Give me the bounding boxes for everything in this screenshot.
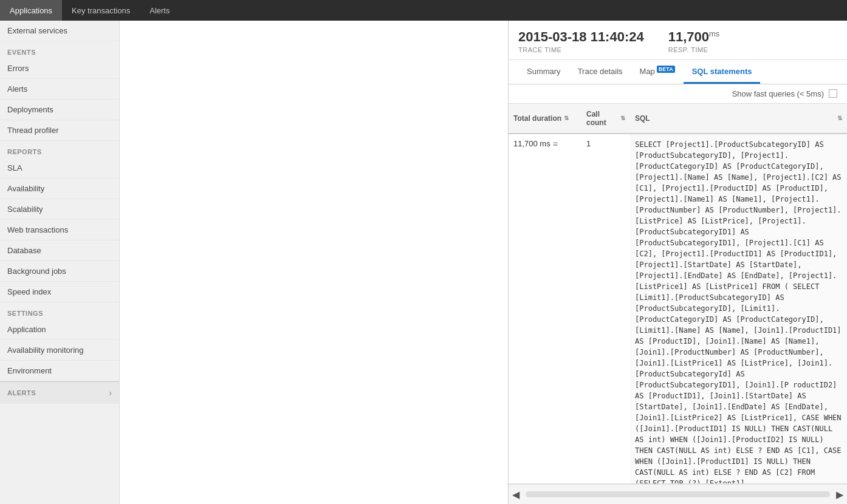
show-fast-queries-checkbox[interactable]: [829, 89, 837, 98]
tab-sql-statements[interactable]: SQL statements: [684, 61, 761, 84]
sidebar-item-web-transactions[interactable]: Web transactions: [0, 220, 119, 240]
th-total-duration[interactable]: Total duration ⇅: [509, 107, 581, 129]
filter-label: Show fast queries (< 5ms): [732, 89, 824, 98]
left-panel: [120, 21, 509, 504]
table-row: 11,700 ms ≡ 1 SELECT [Project1].[Product…: [509, 134, 847, 484]
scroll-bar-area: ◀ ▶: [509, 484, 847, 504]
tabs-bar: Summary Trace details MapBETA SQL statem…: [509, 60, 847, 84]
top-nav: Applications Key transactions Alerts: [0, 0, 847, 21]
filter-bar: Show fast queries (< 5ms): [509, 84, 847, 104]
alerts-section[interactable]: ALERTS ›: [0, 381, 119, 404]
sidebar-item-thread-profiler[interactable]: Thread profiler: [0, 120, 119, 141]
sidebar-item-scalability[interactable]: Scalability: [0, 199, 119, 220]
sort-icon-sql: ⇅: [837, 115, 842, 121]
trace-time-label: TRACE TIME: [518, 46, 644, 53]
events-section-label: EVENTS: [0, 41, 119, 58]
th-sql[interactable]: SQL ⇅: [630, 107, 847, 129]
sidebar-item-availability[interactable]: Availability: [0, 179, 119, 199]
sidebar-item-availability-monitoring[interactable]: Availability monitoring: [0, 340, 119, 361]
reports-section-label: REPORTS: [0, 141, 119, 158]
right-panel: 2015-03-18 11:40:24 TRACE TIME 11,700ms …: [509, 21, 847, 504]
sidebar-item-deployments[interactable]: Deployments: [0, 100, 119, 120]
scroll-track[interactable]: [526, 491, 830, 497]
sql-duration-value: 11,700 ms: [513, 139, 550, 148]
beta-badge: BETA: [657, 66, 675, 73]
sidebar-item-database[interactable]: Database: [0, 240, 119, 261]
sidebar-item-alerts[interactable]: Alerts: [0, 79, 119, 100]
sidebar-item-background-jobs[interactable]: Background jobs: [0, 261, 119, 282]
sort-icon-duration: ⇅: [564, 115, 569, 121]
resp-time-value: 11,700ms: [668, 29, 720, 45]
nav-item-alerts[interactable]: Alerts: [140, 0, 179, 21]
tab-summary[interactable]: Summary: [518, 61, 569, 84]
alerts-section-label: ALERTS: [7, 389, 36, 397]
resp-time-label: RESP. TIME: [668, 46, 720, 53]
tab-trace-details[interactable]: Trace details: [569, 61, 631, 84]
sidebar: External services EVENTS Errors Alerts D…: [0, 21, 120, 504]
trace-datetime: 2015-03-18 11:40:24: [518, 29, 644, 45]
trace-time-item: 2015-03-18 11:40:24 TRACE TIME: [518, 29, 644, 53]
scroll-right-arrow[interactable]: ▶: [832, 487, 847, 502]
resp-time-item: 11,700ms RESP. TIME: [668, 29, 720, 53]
sql-row-duration: 11,700 ms ≡: [509, 134, 581, 483]
sql-row-text: SELECT [Project1].[ProductSubcategoryID]…: [630, 134, 847, 483]
settings-section-label: SETTINGS: [0, 302, 119, 319]
sql-content: SELECT [Project1].[ProductSubcategoryID]…: [635, 140, 842, 483]
sidebar-item-external-services[interactable]: External services: [0, 21, 119, 41]
sql-table: Total duration ⇅ Call count ⇅ SQL ⇅: [509, 104, 847, 484]
nav-item-applications[interactable]: Applications: [0, 0, 62, 21]
sql-row-icon: ≡: [553, 139, 558, 149]
scroll-left-arrow[interactable]: ◀: [509, 487, 523, 502]
nav-item-key-transactions[interactable]: Key transactions: [62, 0, 140, 21]
sidebar-item-sla[interactable]: SLA: [0, 158, 119, 179]
main-layout: External services EVENTS Errors Alerts D…: [0, 21, 847, 504]
content-area: 2015-03-18 11:40:24 TRACE TIME 11,700ms …: [120, 21, 847, 504]
alerts-expand-icon: ›: [109, 388, 112, 398]
sidebar-item-application[interactable]: Application: [0, 319, 119, 340]
sidebar-item-errors[interactable]: Errors: [0, 58, 119, 79]
sidebar-item-environment[interactable]: Environment: [0, 361, 119, 381]
table-header: Total duration ⇅ Call count ⇅ SQL ⇅: [509, 104, 847, 134]
tab-map[interactable]: MapBETA: [631, 60, 684, 84]
sql-row-callcount: 1: [581, 134, 630, 483]
sort-icon-callcount: ⇅: [620, 115, 625, 121]
sidebar-item-speed-index[interactable]: Speed index: [0, 282, 119, 302]
th-call-count[interactable]: Call count ⇅: [581, 107, 630, 129]
trace-header: 2015-03-18 11:40:24 TRACE TIME 11,700ms …: [509, 21, 847, 60]
